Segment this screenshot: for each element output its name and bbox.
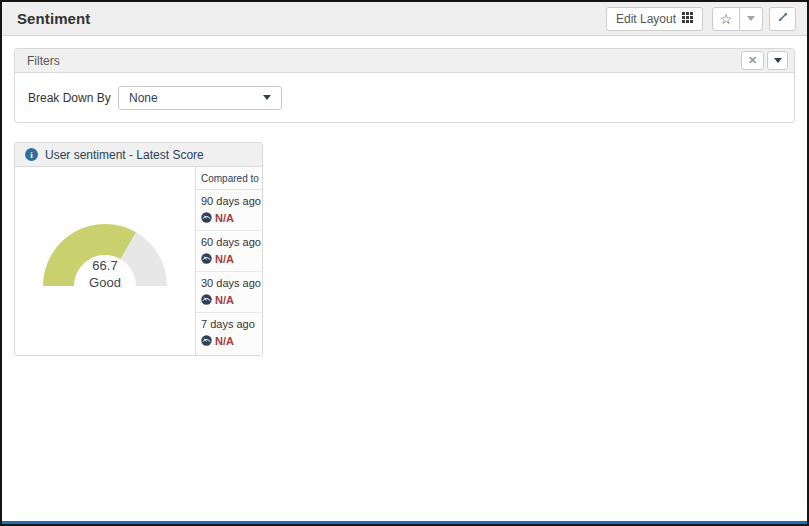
break-down-by-select[interactable]: None	[118, 86, 282, 110]
filters-panel-header: Filters ✕	[15, 49, 794, 73]
gauge-chart: 66.7 Good	[15, 167, 195, 355]
compared-value: N/A	[215, 335, 234, 347]
edit-layout-label: Edit Layout	[616, 12, 676, 26]
filters-panel: Filters ✕ Break Down By None	[14, 48, 795, 123]
break-down-by-value: None	[129, 91, 158, 105]
speedometer-icon	[201, 250, 212, 268]
expand-icon	[777, 11, 789, 26]
favorite-dropdown-button[interactable]	[740, 7, 763, 31]
speedometer-icon	[201, 209, 212, 227]
compared-period: 30 days ago	[201, 277, 260, 289]
close-icon: ✕	[748, 54, 757, 67]
gauge-value: 66.7	[92, 258, 117, 273]
gauge-label: Good	[89, 275, 121, 290]
compared-value: N/A	[215, 294, 234, 306]
speedometer-icon	[201, 291, 212, 309]
compared-row-30-days: 30 days ago N/A	[196, 272, 262, 313]
star-icon: ☆	[720, 12, 733, 26]
compared-value: N/A	[215, 212, 234, 224]
compared-row-90-days: 90 days ago N/A	[196, 190, 262, 231]
compared-period: 90 days ago	[201, 195, 260, 207]
compared-row-7-days: 7 days ago N/A	[196, 313, 262, 355]
chevron-down-icon	[774, 58, 782, 63]
page-content: Filters ✕ Break Down By None i User	[2, 36, 807, 368]
compared-period: 7 days ago	[201, 318, 260, 330]
favorite-button-group: ☆	[712, 7, 763, 31]
compared-column: Compared to 90 days ago N/A	[195, 167, 262, 355]
filters-close-button[interactable]: ✕	[741, 51, 764, 70]
favorite-button[interactable]: ☆	[712, 7, 740, 31]
compared-row-60-days: 60 days ago N/A	[196, 231, 262, 272]
break-down-by-label: Break Down By	[28, 91, 118, 105]
grid-icon	[682, 12, 693, 26]
chevron-down-icon	[263, 95, 271, 100]
gauge-svg: 66.7 Good	[20, 194, 190, 291]
filters-panel-body: Break Down By None	[15, 73, 794, 122]
edit-layout-button[interactable]: Edit Layout	[606, 7, 703, 31]
chevron-down-icon	[747, 16, 755, 21]
dashboard-window: Sentiment Edit Layout ☆	[0, 0, 809, 526]
compared-header: Compared to	[196, 167, 262, 190]
filters-title: Filters	[27, 54, 60, 68]
sentiment-widget-body: 66.7 Good Compared to 90 days ago	[15, 167, 262, 355]
filters-collapse-button[interactable]	[767, 51, 788, 70]
compared-period: 60 days ago	[201, 236, 260, 248]
compared-value: N/A	[215, 253, 234, 265]
info-icon[interactable]: i	[25, 148, 38, 161]
fullscreen-button[interactable]	[769, 7, 796, 31]
speedometer-icon	[201, 332, 212, 350]
page-title: Sentiment	[17, 10, 90, 27]
sentiment-widget-title: User sentiment - Latest Score	[45, 148, 204, 162]
sentiment-widget: i User sentiment - Latest Score 66.7 Goo…	[14, 142, 263, 356]
bottom-accent-bar	[2, 521, 807, 524]
page-header: Sentiment Edit Layout ☆	[2, 2, 807, 36]
sentiment-widget-header: i User sentiment - Latest Score	[15, 143, 262, 167]
